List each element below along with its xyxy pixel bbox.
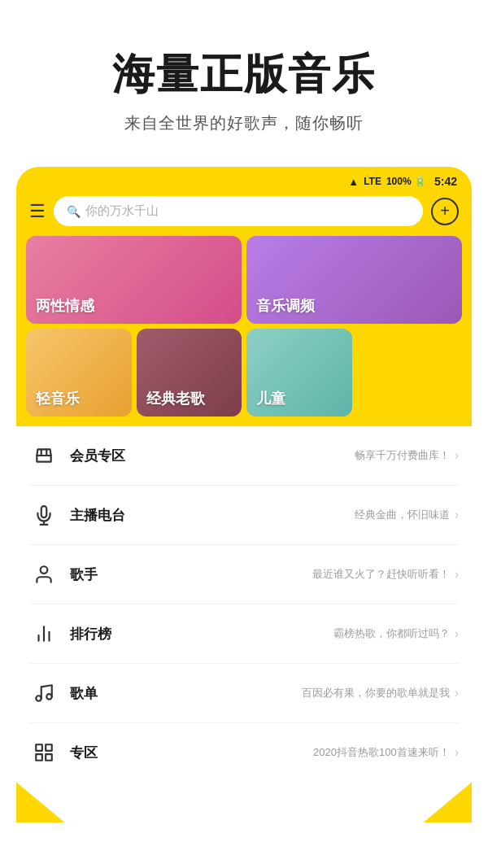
menu-item-special[interactable]: 专区 2020抖音热歌100首速来听！ ›	[29, 723, 459, 782]
tile-label: 儿童	[256, 389, 285, 408]
main-title: 海量正版音乐	[24, 49, 464, 99]
tile-label: 轻音乐	[36, 389, 80, 408]
tile-label: 经典老歌	[146, 389, 205, 408]
top-section: 海量正版音乐 来自全世界的好歌声，随你畅听	[0, 0, 488, 167]
vip-arrow: ›	[455, 448, 459, 463]
svg-rect-10	[36, 755, 42, 761]
special-desc: 2020抖音热歌100首速来听！	[313, 745, 450, 760]
vip-icon	[29, 441, 59, 470]
menu-item-radio[interactable]: 主播电台 经典金曲，怀旧味道 ›	[29, 486, 459, 545]
yellow-bottom-area	[0, 782, 488, 822]
list-section: 会员专区 畅享千万付费曲库！ › 主播电台 经典金曲，怀旧味道 › 歌手 最近谁…	[16, 426, 472, 782]
menu-item-vip[interactable]: 会员专区 畅享千万付费曲库！ ›	[29, 426, 459, 486]
radio-desc: 经典金曲，怀旧味道	[355, 508, 450, 522]
clock: 5:42	[434, 175, 457, 188]
vip-desc: 畅享千万付费曲库！	[355, 448, 450, 463]
playlist-desc: 百因必有果，你要的歌单就是我	[302, 686, 450, 700]
category-tile-romance[interactable]: 两性情感	[26, 236, 242, 324]
singer-arrow: ›	[455, 567, 459, 582]
singer-icon	[29, 560, 59, 589]
tile-label: 两性情感	[36, 296, 94, 316]
hamburger-menu-icon[interactable]: ☰	[29, 201, 46, 222]
yellow-left-corner	[16, 782, 65, 822]
radio-icon	[29, 500, 59, 530]
special-title: 专区	[70, 744, 313, 762]
app-wrapper: ▲ LTE 100% 🔋 5:42 ☰ 🔍 你的万水千山 + 两性情感音乐调频 …	[0, 167, 488, 822]
singer-desc: 最近谁又火了？赶快听听看！	[312, 567, 450, 582]
add-button[interactable]: +	[431, 198, 459, 225]
lte-label: LTE	[364, 176, 381, 187]
svg-rect-11	[46, 755, 52, 761]
search-row: ☰ 🔍 你的万水千山 +	[16, 193, 472, 236]
category-tile-children[interactable]: 儿童	[246, 329, 352, 417]
chart-icon	[29, 619, 59, 648]
svg-rect-9	[46, 745, 52, 752]
app-card: ▲ LTE 100% 🔋 5:42 ☰ 🔍 你的万水千山 + 两性情感音乐调频 …	[16, 167, 472, 782]
svg-rect-8	[36, 745, 42, 752]
svg-point-6	[36, 696, 41, 702]
radio-title: 主播电台	[70, 506, 355, 525]
category-tile-classic[interactable]: 经典老歌	[137, 329, 242, 417]
chart-title: 排行榜	[70, 625, 333, 643]
battery-status: 100% 🔋	[386, 176, 426, 187]
yellow-right-corner	[423, 782, 472, 822]
singer-title: 歌手	[70, 565, 312, 584]
chart-desc: 霸榜热歌，你都听过吗？	[333, 626, 450, 641]
special-arrow: ›	[455, 745, 459, 760]
menu-item-chart[interactable]: 排行榜 霸榜热歌，你都听过吗？ ›	[29, 604, 459, 664]
search-placeholder: 你的万水千山	[85, 203, 159, 219]
menu-item-singer[interactable]: 歌手 最近谁又火了？赶快听听看！ ›	[29, 545, 459, 604]
sub-title: 来自全世界的好歌声，随你畅听	[24, 112, 464, 134]
category-tile-light[interactable]: 轻音乐	[26, 329, 132, 417]
playlist-arrow: ›	[455, 686, 459, 700]
search-icon: 🔍	[67, 205, 81, 218]
signal-icon: ▲	[348, 176, 359, 188]
playlist-title: 歌单	[70, 684, 302, 703]
category-grid: 两性情感音乐调频 ✊ ★ 中国好声音 SING!CHINA 轻音乐经典老歌儿童	[16, 236, 472, 426]
svg-point-2	[41, 567, 48, 574]
status-bar: ▲ LTE 100% 🔋 5:42	[16, 167, 472, 193]
svg-point-7	[46, 694, 52, 700]
category-tile-music[interactable]: 音乐调频	[246, 236, 462, 324]
vip-title: 会员专区	[70, 447, 355, 465]
radio-arrow: ›	[455, 508, 459, 522]
menu-item-playlist[interactable]: 歌单 百因必有果，你要的歌单就是我 ›	[29, 664, 459, 723]
tile-label: 音乐调频	[256, 296, 315, 316]
special-icon	[29, 738, 59, 767]
playlist-icon	[29, 678, 59, 708]
chart-arrow: ›	[455, 626, 459, 641]
search-bar[interactable]: 🔍 你的万水千山	[54, 196, 423, 226]
